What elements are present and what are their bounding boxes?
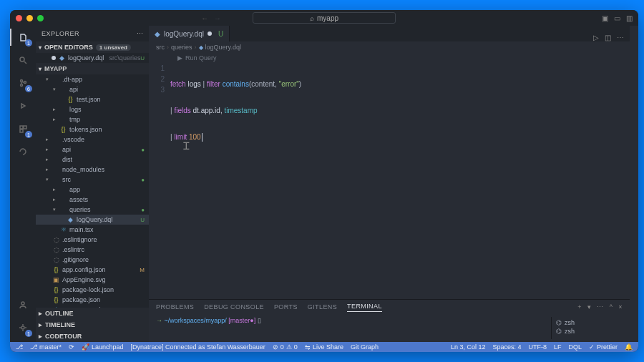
nav-arrows: ← → <box>201 14 221 22</box>
file-tree-item[interactable]: {}tokens.json <box>36 124 149 134</box>
section-label: TIMELINE <box>45 321 75 328</box>
section-open-editors[interactable]: ▾ OPEN EDITORS 1 unsaved <box>36 41 149 53</box>
split-editor-icon[interactable]: ◫ <box>605 34 611 41</box>
activity-extensions[interactable]: 1 <box>16 122 30 136</box>
terminal-instance[interactable]: ⌬zsh <box>556 318 618 327</box>
sb-bell[interactable]: 🔔 <box>625 343 633 351</box>
file-icon: {} <box>52 266 60 273</box>
terminal-instance[interactable]: ⌬zsh <box>556 327 618 336</box>
file-tree-item[interactable]: ⚛main.tsx <box>36 225 149 235</box>
file-label: package.json <box>62 296 100 303</box>
file-tree-item[interactable]: ▸app <box>36 185 149 195</box>
nav-back-icon[interactable]: ← <box>201 14 208 22</box>
section-project[interactable]: ▾ MYAPP <box>36 63 149 74</box>
sb-liveshare[interactable]: ⇋Live Share <box>305 343 343 351</box>
file-status: M <box>140 267 145 273</box>
editor-tab[interactable]: ◆ logQuery.dql U <box>149 26 230 41</box>
terminal-sidebar: ⌬zsh ⌬zsh <box>551 317 623 339</box>
breadcrumb-item[interactable]: logQuery.dql <box>205 44 241 51</box>
sb-dynatrace[interactable]: [Dynatrace] Connected as Stefan Wasserba… <box>131 343 265 351</box>
file-tree-item[interactable]: ▾api <box>36 84 149 94</box>
file-tree-item[interactable]: ▾.dt-app <box>36 74 149 84</box>
file-tree-item[interactable]: {}app.config.jsonM <box>36 265 149 275</box>
panel-tab-gitlens[interactable]: GITLENS <box>308 303 337 310</box>
sb-gitgraph[interactable]: Git Graph <box>351 343 379 351</box>
terminal-body[interactable]: → ~/workspaces/myapp/ [master●] ▯ ⌬zsh ⌬… <box>149 314 630 342</box>
sb-branch[interactable]: ⎇master* <box>30 343 62 351</box>
panel-tab-terminal[interactable]: TERMINAL <box>347 303 382 312</box>
layout-customize-icon[interactable]: ▥ <box>626 14 633 22</box>
sb-encoding[interactable]: UTF-8 <box>528 343 547 351</box>
panel-tab-debug[interactable]: DEBUG CONSOLE <box>204 303 264 310</box>
file-label: .eslintignore <box>62 236 97 243</box>
sb-errors[interactable]: ⊘0 ⚠0 <box>273 343 298 351</box>
file-tree-item[interactable]: ▸tmp <box>36 114 149 124</box>
editor-tabs: ◆ logQuery.dql U ▷ ◫ ⋯ <box>149 26 630 41</box>
svg-point-3 <box>24 82 26 84</box>
panel-more-icon[interactable]: ⋯ <box>597 303 603 310</box>
file-tree-item[interactable]: ◆logQuery.dqlU <box>36 215 149 225</box>
chevron-down-icon[interactable]: ▾ <box>587 303 591 310</box>
panel-maximize-icon[interactable]: ^ <box>610 303 613 310</box>
file-tree-item[interactable]: ◌.gitignore <box>36 255 149 265</box>
file-tree-item[interactable]: ▾queries● <box>36 205 149 215</box>
sb-launchpad[interactable]: 🚀Launchpad <box>82 343 124 351</box>
command-center[interactable]: ⌕ myapp <box>253 12 396 24</box>
file-label: tmp <box>69 116 80 123</box>
sb-eol[interactable]: LF <box>554 343 562 351</box>
section-timeline[interactable]: ▸TIMELINE <box>36 319 149 331</box>
liveshare-icon: ⇋ <box>305 343 311 351</box>
run-icon[interactable]: ▷ <box>593 34 599 41</box>
section-outline[interactable]: ▸OUTLINE <box>36 308 149 319</box>
sb-spaces[interactable]: Spaces: 4 <box>492 343 521 351</box>
breadcrumb-item[interactable]: queries <box>171 44 192 51</box>
sidebar-more-icon[interactable]: ⋯ <box>137 30 144 37</box>
tab-more-icon[interactable]: ⋯ <box>617 34 624 41</box>
file-icon: ◆ <box>199 44 203 51</box>
file-tree-item[interactable]: iREADME.md <box>36 305 149 308</box>
sb-remote[interactable]: ⎇ <box>16 343 23 351</box>
sb-sync[interactable]: ⟳ <box>69 343 74 351</box>
activity-settings[interactable]: 1 <box>16 321 30 335</box>
activity-debug[interactable] <box>16 99 30 113</box>
code-editor[interactable]: 1 2 3 fetch logs | filter contains(conte… <box>149 63 630 299</box>
file-icon: {} <box>67 96 74 103</box>
panel-toggle-icon[interactable]: ▭ <box>614 14 620 22</box>
section-codetour[interactable]: ▸CODETOUR <box>36 331 149 342</box>
activity-search[interactable] <box>16 53 30 67</box>
activity-scm[interactable]: 6 <box>16 76 30 90</box>
file-tree-item[interactable]: {}package-lock.json <box>36 285 149 295</box>
file-tree-item[interactable]: {}package.json <box>36 295 149 305</box>
sb-prettier[interactable]: ✓Prettier <box>589 343 618 351</box>
maximize-window-icon[interactable] <box>37 15 44 21</box>
panel-tab-problems[interactable]: PROBLEMS <box>156 303 194 310</box>
layout-toggle-icon[interactable]: ▣ <box>602 14 608 22</box>
close-window-icon[interactable] <box>16 15 22 21</box>
panel-close-icon[interactable]: × <box>618 303 623 310</box>
nav-forward-icon[interactable]: → <box>214 14 221 22</box>
open-editor-item[interactable]: ◆ logQuery.dql src\queries U <box>36 53 149 63</box>
sb-cursor-pos[interactable]: Ln 3, Col 12 <box>451 343 486 351</box>
ext-badge: 1 <box>25 131 32 138</box>
activity-account[interactable] <box>16 298 30 312</box>
file-tree-item[interactable]: ▸api● <box>36 145 149 155</box>
file-tree-item[interactable]: ◌.eslintrc <box>36 245 149 255</box>
panel-tab-ports[interactable]: PORTS <box>274 303 298 310</box>
file-tree-item[interactable]: ▣AppEngine.svg <box>36 275 149 285</box>
breadcrumb-item[interactable]: src <box>156 44 165 51</box>
file-tree-item[interactable]: ▸assets <box>36 195 149 205</box>
breadcrumbs[interactable]: src› queries› ◆ logQuery.dql <box>149 41 630 53</box>
file-tree-item[interactable]: ▸.vscode <box>36 134 149 145</box>
file-tree-item[interactable]: ▸dist <box>36 155 149 165</box>
file-tree-item[interactable]: ▸node_modules <box>36 165 149 175</box>
file-tree-item[interactable]: ▸logs <box>36 104 149 114</box>
file-tree-item[interactable]: ◌.eslintignore <box>36 235 149 245</box>
activity-explorer[interactable]: 1 <box>16 30 30 44</box>
file-tree-item[interactable]: ▾src● <box>36 175 149 185</box>
sb-language[interactable]: DQL <box>568 343 582 351</box>
minimize-window-icon[interactable] <box>26 15 33 21</box>
panel-add-icon[interactable]: + <box>577 303 582 310</box>
activity-dynatrace[interactable] <box>16 145 30 159</box>
file-tree-item[interactable]: {}test.json <box>36 94 149 104</box>
codelens[interactable]: ▶ Run Query <box>149 53 630 63</box>
